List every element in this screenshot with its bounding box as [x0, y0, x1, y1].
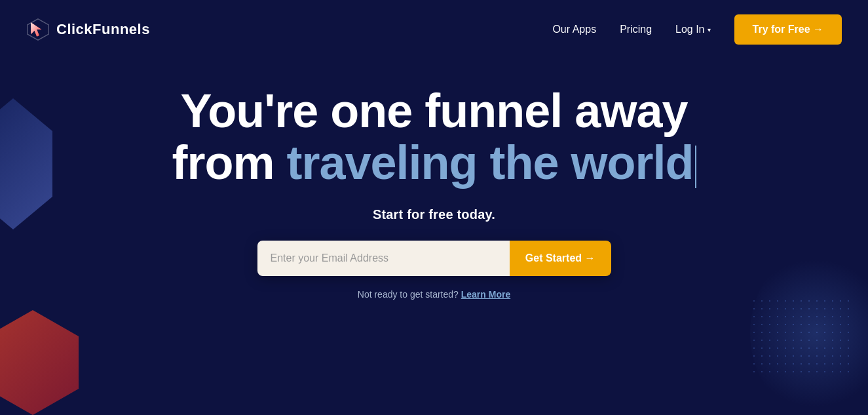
try-for-free-button[interactable]: Try for Free →	[734, 14, 842, 45]
learn-more-link[interactable]: Learn More	[461, 289, 510, 300]
chevron-down-icon: ▾	[708, 26, 711, 33]
clickfunnels-logo-icon	[26, 18, 50, 41]
svg-marker-2	[31, 22, 41, 37]
decorative-dots-right	[750, 297, 855, 376]
hero-heading-line1: You're one funnel away	[181, 85, 688, 137]
brand-logo[interactable]: ClickFunnels	[26, 18, 150, 41]
hero-subheading: Start for free today.	[373, 207, 495, 222]
not-ready-label: Not ready to get started?	[358, 289, 459, 300]
hero-section: You're one funnel away from traveling th…	[0, 59, 868, 300]
hero-heading-line2-normal: from	[172, 136, 286, 189]
brand-name-text: ClickFunnels	[56, 21, 150, 38]
hero-heading: You're one funnel away from traveling th…	[172, 85, 696, 189]
navbar-right: Our Apps Pricing Log In ▾ Try for Free →	[552, 14, 842, 45]
nav-our-apps[interactable]: Our Apps	[552, 24, 596, 35]
nav-login[interactable]: Log In ▾	[675, 24, 710, 35]
decorative-shape-bottom-left	[0, 310, 79, 415]
hero-heading-line2-highlight: traveling the world	[286, 136, 693, 189]
not-ready-text: Not ready to get started? Learn More	[358, 289, 510, 300]
email-form: Get Started →	[257, 241, 611, 276]
text-cursor	[695, 146, 696, 188]
get-started-button[interactable]: Get Started →	[510, 241, 611, 276]
email-input[interactable]	[257, 241, 510, 276]
navbar: ClickFunnels Our Apps Pricing Log In ▾ T…	[0, 0, 868, 59]
nav-pricing[interactable]: Pricing	[620, 24, 652, 35]
